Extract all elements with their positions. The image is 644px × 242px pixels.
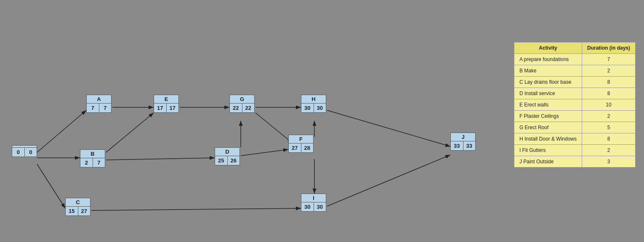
col-duration: Duration (in days): [582, 43, 635, 54]
activity-name: I Fit Gutters: [514, 145, 582, 156]
node-J: J3333: [450, 133, 476, 151]
table-row: B Make2: [514, 65, 635, 77]
svg-line-10: [255, 113, 293, 143]
node-F: F2728: [288, 135, 314, 153]
node-A: A77: [86, 95, 112, 113]
node-D: D2526: [215, 147, 240, 165]
activity-duration: 5: [582, 122, 635, 133]
activity-duration: 2: [582, 145, 635, 156]
activity-name: H Install Door & Windows: [514, 133, 582, 145]
activity-duration: 8: [582, 77, 635, 88]
table-row: D Install service8: [514, 88, 635, 99]
activity-name: B Make: [514, 65, 582, 77]
col-activity: Activity: [514, 43, 582, 54]
svg-line-4: [106, 113, 154, 152]
table-row: E Erect walls10: [514, 99, 635, 111]
table-row: J Paint Outside3: [514, 156, 635, 168]
table-row: H Install Door & Windows8: [514, 133, 635, 145]
node-I: I3030: [301, 194, 326, 212]
svg-line-0: [37, 110, 86, 152]
activity-duration: 7: [582, 54, 635, 65]
svg-line-5: [106, 158, 215, 160]
activity-duration: 3: [582, 156, 635, 168]
activity-name: F Plaster Ceilings: [514, 111, 582, 122]
activity-name: C Lay drains floor base: [514, 77, 582, 88]
activity-name: J Paint Outside: [514, 156, 582, 168]
activity-name: E Erect walls: [514, 99, 582, 111]
svg-line-15: [327, 155, 450, 206]
activity-name: D Install service: [514, 88, 582, 99]
table-row: A prepare foundations7: [514, 54, 635, 65]
activity-table: Activity Duration (in days) A prepare fo…: [514, 42, 636, 168]
node-C: C1527: [65, 198, 90, 216]
activity-duration: 2: [582, 111, 635, 122]
svg-line-13: [327, 110, 450, 146]
table-row: C Lay drains floor base8: [514, 77, 635, 88]
node-G: G2222: [229, 95, 255, 113]
node-H: H3030: [301, 95, 326, 113]
node-start: 00: [12, 145, 37, 157]
node-B: B27: [80, 149, 105, 168]
activity-duration: 8: [582, 133, 635, 145]
svg-line-14: [91, 208, 301, 210]
activity-duration: 10: [582, 99, 635, 111]
activity-duration: 8: [582, 88, 635, 99]
table-row: F Plaster Ceilings2: [514, 111, 635, 122]
activity-duration: 2: [582, 65, 635, 77]
table-row: I Fit Gutters2: [514, 145, 635, 156]
svg-line-2: [37, 164, 65, 208]
activity-name: G Erect Roof: [514, 122, 582, 133]
svg-line-8: [241, 149, 288, 156]
table-row: G Erect Roof5: [514, 122, 635, 133]
activity-name: A prepare foundations: [514, 54, 582, 65]
node-E: E1717: [154, 95, 179, 113]
